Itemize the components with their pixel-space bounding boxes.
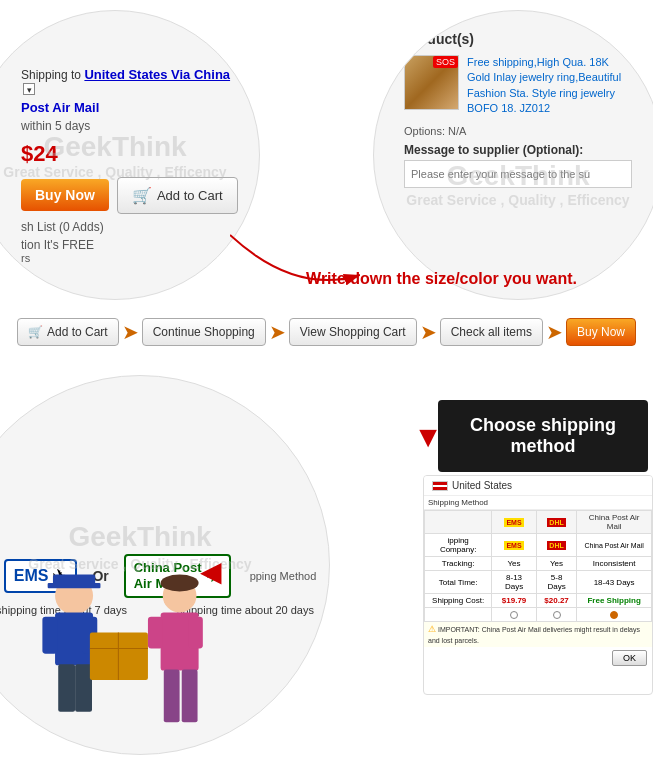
mini-th-blank <box>425 511 492 534</box>
mini-th-ems: EMS <box>492 511 537 534</box>
cart-icon: 🛒 <box>132 186 152 205</box>
product-row: SOS Free shipping,High Qua. 18K Gold Inl… <box>404 55 632 117</box>
mini-radio-dhl[interactable] <box>553 611 561 619</box>
mini-row-company: ipping Company: EMS DHL China Post Air M… <box>425 534 652 557</box>
connector-arrow <box>230 215 360 295</box>
left-arrow: ◀ <box>200 555 222 588</box>
bottom-circle: GeekThink Great Service , Quality , Effi… <box>0 375 330 755</box>
delivery-image-area <box>0 564 251 754</box>
mini-th-china-post: China Post Air Mail <box>577 511 652 534</box>
mini-dhl-label: DHL <box>547 518 565 527</box>
watermark-right: GeekThink Great Service , Quality , Effi… <box>374 159 653 209</box>
badge-sos: SOS <box>433 56 458 68</box>
shipping-country-link[interactable]: United States Via China <box>84 67 230 82</box>
arrow-3: ➤ <box>420 320 437 344</box>
arrow-2: ➤ <box>269 320 286 344</box>
cart-small-icon: 🛒 <box>28 325 43 339</box>
product-description: Free shipping,High Qua. 18K Gold Inlay j… <box>467 55 632 117</box>
protection-sub: rs <box>21 252 30 264</box>
mini-th-dhl: DHL <box>536 511 576 534</box>
svg-rect-8 <box>48 583 101 588</box>
svg-rect-15 <box>188 617 203 649</box>
products-header: Product(s) <box>404 31 632 47</box>
mini-row-tracking: Tracking: Yes Yes Inconsistent <box>425 557 652 571</box>
buy-now-step-button[interactable]: Buy Now <box>566 318 636 346</box>
svg-rect-6 <box>75 664 92 712</box>
mini-ok-row: OK <box>424 647 652 669</box>
continue-shopping-button[interactable]: Continue Shopping <box>142 318 266 346</box>
add-to-cart-button[interactable]: 🛒 Add to Cart <box>117 177 238 214</box>
check-items-button[interactable]: Check all items <box>440 318 543 346</box>
arrow-1: ➤ <box>122 320 139 344</box>
mini-header: United States <box>424 476 652 496</box>
product-image: SOS <box>404 55 459 110</box>
svg-rect-17 <box>182 670 198 723</box>
mini-ems-co: EMS <box>504 541 523 550</box>
choose-shipping-box: Choose shipping method <box>438 400 648 472</box>
steps-section: 🛒 Add to Cart ➤ Continue Shopping ➤ View… <box>0 310 653 354</box>
mini-ok-button[interactable]: OK <box>612 650 647 666</box>
svg-rect-16 <box>164 670 180 723</box>
top-right-circle: GeekThink Great Service , Quality , Effi… <box>373 10 653 300</box>
mini-radio-ems[interactable] <box>510 611 518 619</box>
product-options: Options: N/A <box>404 125 632 137</box>
mini-country-label: United States <box>452 480 512 491</box>
wish-list-label: sh List (0 Adds) <box>21 220 104 234</box>
svg-point-18 <box>161 575 199 592</box>
mini-dhl-co: DHL <box>547 541 565 550</box>
view-cart-button[interactable]: View Shopping Cart <box>289 318 417 346</box>
delivery-person-svg <box>0 564 251 754</box>
mini-radio-china-post[interactable] <box>610 611 618 619</box>
mini-row-radio <box>425 608 652 622</box>
message-label: Message to supplier (Optional): <box>404 143 632 157</box>
step-add-cart-button[interactable]: 🛒 Add to Cart <box>17 318 119 346</box>
warning-icon: ⚠ <box>428 624 436 634</box>
dropdown-icon[interactable]: ▾ <box>23 83 35 95</box>
mini-ems-label: EMS <box>504 518 523 527</box>
protection-label: tion It's FREE <box>21 238 94 252</box>
svg-rect-14 <box>148 617 163 649</box>
svg-rect-5 <box>58 664 75 712</box>
shipping-label: Shipping to United States Via China ▾ <box>21 67 239 96</box>
watermark-left: GeekThink Great Service , Quality , Effi… <box>0 130 259 180</box>
mini-screenshot: United States Shipping Method EMS DHL Ch… <box>423 475 653 695</box>
shipping-method-text: Post Air Mail <box>21 100 99 115</box>
mini-row-time: Total Time: 8-13 Days 5-8 Days 18-43 Day… <box>425 571 652 594</box>
mini-row-cost: Shipping Cost: $19.79 $20.27 Free Shippi… <box>425 594 652 608</box>
top-left-circle: GeekThink Great Service , Quality , Effi… <box>0 10 260 300</box>
mini-shipping-table: EMS DHL China Post Air Mail ipping Compa… <box>424 510 652 622</box>
us-flag-icon <box>432 481 448 491</box>
important-notice: ⚠ IMPORTANT: China Post Air Mail deliver… <box>424 622 652 647</box>
buy-now-button[interactable]: Buy Now <box>21 179 109 211</box>
bottom-section: GeekThink Great Service , Quality , Effi… <box>0 370 653 773</box>
mini-shipping-method-label: Shipping Method <box>424 496 652 510</box>
svg-rect-3 <box>42 617 57 654</box>
arrow-4: ➤ <box>546 320 563 344</box>
